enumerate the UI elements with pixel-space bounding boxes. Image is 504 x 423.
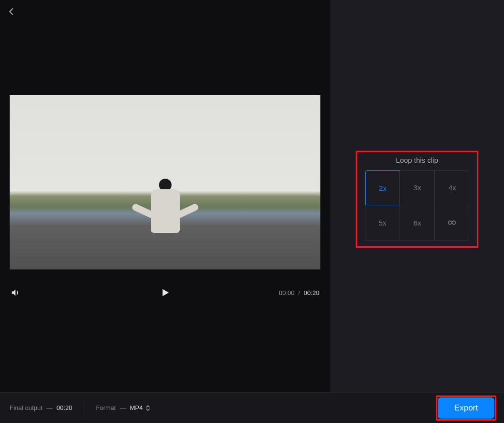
final-output-dash: — — [46, 404, 53, 411]
format-label: Format — [96, 404, 115, 411]
current-time: 00:00 — [279, 289, 295, 296]
loop-option-3x[interactable]: 3x — [400, 170, 435, 205]
format-dash: — — [120, 404, 126, 411]
export-button-wrap: Export — [438, 397, 494, 419]
time-separator: / — [298, 289, 300, 296]
format-select[interactable]: MP4 — [130, 404, 151, 411]
export-button[interactable]: Export — [438, 397, 494, 419]
back-button[interactable] — [8, 8, 15, 17]
bottom-bar: Final output — 00:20 Format — MP4 Export — [0, 392, 504, 423]
format-info: Format — MP4 — [96, 404, 150, 411]
loop-option-infinite[interactable] — [435, 205, 469, 240]
loop-option-4x[interactable]: 4x — [435, 170, 469, 205]
video-content-placeholder — [146, 179, 185, 246]
format-value: MP4 — [130, 404, 143, 411]
bottom-divider — [84, 398, 84, 418]
chevron-left-icon — [8, 8, 15, 15]
volume-button[interactable] — [11, 288, 20, 297]
play-icon — [160, 287, 171, 298]
final-output-info: Final output — 00:20 — [10, 404, 72, 411]
loop-option-6x[interactable]: 6x — [400, 205, 435, 240]
final-output-value: 00:20 — [57, 404, 72, 411]
loop-options-grid: 2x 3x 4x 5x 6x — [365, 170, 469, 240]
updown-icon — [145, 405, 150, 411]
main-area: 00:00 / 00:20 Loop this clip 2x 3x 4x 5x… — [0, 0, 504, 392]
loop-option-5x[interactable]: 5x — [365, 205, 400, 240]
play-button[interactable] — [160, 287, 171, 298]
loop-title: Loop this clip — [361, 156, 473, 164]
final-output-label: Final output — [10, 404, 43, 411]
infinity-icon — [447, 219, 458, 226]
total-time: 00:20 — [303, 289, 319, 296]
app-root: 00:00 / 00:20 Loop this clip 2x 3x 4x 5x… — [0, 0, 504, 423]
player-controls: 00:00 / 00:20 — [10, 278, 320, 307]
time-display: 00:00 / 00:20 — [279, 289, 319, 296]
video-preview[interactable] — [10, 95, 320, 269]
preview-pane: 00:00 / 00:20 — [0, 0, 330, 392]
loop-panel: Loop this clip 2x 3x 4x 5x 6x — [356, 151, 478, 248]
settings-pane: Loop this clip 2x 3x 4x 5x 6x — [330, 0, 504, 392]
volume-icon — [11, 288, 20, 297]
loop-option-2x[interactable]: 2x — [365, 170, 400, 205]
